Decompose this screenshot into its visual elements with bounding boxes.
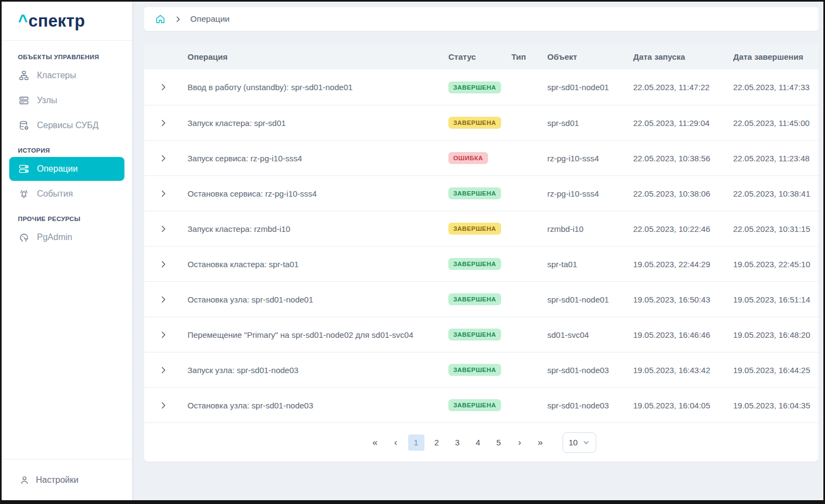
- cell-object: sd01-svc04: [547, 330, 633, 339]
- cell-start-date: 22.05.2023, 10:38:06: [633, 189, 733, 198]
- cell-start-date: 22.05.2023, 10:22:46: [633, 224, 733, 234]
- cell-status: ЗАВЕРШЕНА: [448, 117, 511, 129]
- cell-end-date: 22.05.2023, 11:47:33: [733, 83, 818, 92]
- cell-object: spr-ta01: [547, 260, 633, 269]
- nodes-icon: [18, 94, 30, 106]
- status-badge: ОШИБКА: [448, 152, 488, 164]
- pagination-page-button[interactable]: 3: [449, 434, 466, 451]
- expand-chevron-icon[interactable]: [144, 295, 188, 304]
- status-badge: ЗАВЕРШЕНА: [448, 399, 501, 411]
- app-window: ^спектр ОБЪЕКТЫ УПРАВЛЕНИЯ Кластеры: [0, 0, 825, 504]
- expand-chevron-icon[interactable]: [144, 189, 188, 198]
- settings-button[interactable]: Настройки: [2, 459, 132, 500]
- cell-status: ЗАВЕРШЕНА: [448, 81, 511, 93]
- table-header-row: Операция Статус Тип Объект Дата запуска …: [144, 43, 818, 70]
- pagination-next-button[interactable]: ›: [511, 434, 528, 451]
- expand-chevron-icon[interactable]: [144, 401, 188, 410]
- cell-operation: Ввод в работу (unstandby): spr-sd01-node…: [188, 83, 448, 92]
- cell-status: ЗАВЕРШЕНА: [448, 293, 511, 305]
- col-header-object: Объект: [547, 52, 633, 61]
- table-row[interactable]: Остановка сервиса: rz-pg-i10-sss4 ЗАВЕРШ…: [144, 175, 818, 211]
- table-row[interactable]: Запуск кластера: spr-sd01 ЗАВЕРШЕНА spr-…: [144, 105, 818, 140]
- table-row[interactable]: Ввод в работу (unstandby): spr-sd01-node…: [144, 70, 818, 105]
- cell-end-date: 19.05.2023, 16:44:25: [733, 366, 818, 375]
- status-badge: ЗАВЕРШЕНА: [448, 364, 501, 376]
- logo-text: спектр: [28, 11, 85, 30]
- cell-end-date: 22.05.2023, 11:23:48: [733, 154, 818, 163]
- page-size-value: 10: [568, 438, 578, 447]
- cell-object: spr-sd01-node01: [547, 295, 633, 304]
- table-row[interactable]: Остановка узла: spr-sd01-node03 ЗАВЕРШЕН…: [144, 387, 818, 423]
- user-icon: [19, 475, 30, 486]
- cell-operation: Остановка узла: spr-sd01-node01: [188, 295, 448, 304]
- pagination-page-button[interactable]: 2: [429, 434, 445, 451]
- table-row[interactable]: Запуск узла: spr-sd01-node03 ЗАВЕРШЕНА s…: [144, 352, 818, 387]
- cell-object: spr-sd01-node03: [547, 366, 633, 375]
- sidebar-item-pgadmin[interactable]: PgAdmin: [9, 225, 124, 249]
- status-badge: ЗАВЕРШЕНА: [448, 293, 501, 305]
- cell-operation: Запуск кластера: rzmbd-i10: [188, 224, 448, 234]
- sidebar-item-label: События: [37, 189, 73, 199]
- cell-end-date: 19.05.2023, 16:04:35: [733, 401, 818, 410]
- expand-chevron-icon[interactable]: [144, 366, 188, 375]
- cell-start-date: 19.05.2023, 22:44:29: [633, 260, 733, 269]
- cell-operation: Остановка узла: spr-sd01-node03: [188, 401, 448, 410]
- cell-object: rzmbd-i10: [547, 224, 633, 234]
- clusters-icon: [18, 70, 30, 81]
- db-services-icon: [18, 119, 30, 131]
- status-badge: ЗАВЕРШЕНА: [448, 223, 501, 235]
- operations-table: Операция Статус Тип Объект Дата запуска …: [144, 43, 818, 462]
- pgadmin-elephant-icon: [18, 231, 30, 243]
- sidebar-item-nodes[interactable]: Узлы: [9, 89, 124, 112]
- col-header-operation: Операция: [188, 52, 448, 61]
- table-row[interactable]: Перемещение "Primary" на spr-sd01-node02…: [144, 317, 818, 352]
- logo-caret-icon: ^: [18, 11, 28, 30]
- sidebar-item-label: Кластеры: [37, 71, 76, 80]
- cell-operation: Запуск сервиса: rz-pg-i10-sss4: [188, 154, 448, 163]
- status-badge: ЗАВЕРШЕНА: [448, 187, 501, 199]
- nav-section-title-history: ИСТОРИЯ: [18, 147, 124, 154]
- pagination-first-button[interactable]: «: [367, 434, 383, 451]
- home-icon[interactable]: [155, 14, 166, 24]
- page-size-select[interactable]: 10: [562, 432, 596, 453]
- expand-chevron-icon[interactable]: [144, 154, 188, 163]
- expand-chevron-icon[interactable]: [144, 224, 188, 234]
- pagination-prev-button[interactable]: ‹: [388, 434, 404, 451]
- pagination-page-button[interactable]: 5: [491, 434, 507, 451]
- cell-end-date: 19.05.2023, 16:48:20: [733, 330, 818, 339]
- events-bell-icon: [18, 188, 30, 200]
- cell-end-date: 19.05.2023, 16:51:14: [733, 295, 818, 304]
- cell-object: rz-pg-i10-sss4: [547, 189, 633, 198]
- sidebar-item-operations[interactable]: Операции: [9, 157, 124, 181]
- pagination-page-button[interactable]: 4: [470, 434, 486, 451]
- sidebar-item-events[interactable]: События: [9, 182, 124, 206]
- cell-start-date: 19.05.2023, 16:43:42: [633, 366, 733, 375]
- breadcrumb-current: Операции: [190, 14, 230, 24]
- pagination-page-button[interactable]: 1: [408, 434, 424, 451]
- cell-object: spr-sd01-node01: [547, 83, 633, 92]
- sidebar-item-clusters[interactable]: Кластеры: [9, 64, 124, 87]
- table-row[interactable]: Запуск кластера: rzmbd-i10 ЗАВЕРШЕНА rzm…: [144, 211, 818, 246]
- expand-chevron-icon[interactable]: [144, 118, 188, 128]
- status-badge: ЗАВЕРШЕНА: [448, 81, 501, 93]
- cell-status: ЗАВЕРШЕНА: [448, 258, 511, 270]
- nav-section-title-objects: ОБЪЕКТЫ УПРАВЛЕНИЯ: [18, 54, 124, 60]
- sidebar-item-label: Операции: [37, 164, 78, 174]
- expand-chevron-icon[interactable]: [144, 260, 188, 269]
- sidebar-nav: ОБЪЕКТЫ УПРАВЛЕНИЯ Кластеры: [2, 41, 132, 459]
- expand-chevron-icon[interactable]: [144, 330, 188, 339]
- main-content: Операции Операция Статус Тип Объект Дата…: [132, 2, 823, 500]
- table-body: Ввод в работу (unstandby): spr-sd01-node…: [144, 70, 818, 423]
- table-row[interactable]: Запуск сервиса: rz-pg-i10-sss4 ОШИБКА rz…: [144, 140, 818, 175]
- cell-start-date: 19.05.2023, 16:46:46: [633, 330, 733, 339]
- cell-start-date: 19.05.2023, 16:50:43: [633, 295, 733, 304]
- table-row[interactable]: Остановка кластера: spr-ta01 ЗАВЕРШЕНА s…: [144, 246, 818, 281]
- sidebar-item-db-services[interactable]: Сервисы СУБД: [9, 114, 124, 137]
- chevron-down-icon: [583, 439, 590, 446]
- cell-status: ЗАВЕРШЕНА: [448, 364, 511, 376]
- pagination-last-button[interactable]: »: [532, 434, 548, 451]
- table-row[interactable]: Остановка узла: spr-sd01-node01 ЗАВЕРШЕН…: [144, 281, 818, 317]
- col-header-status: Статус: [448, 52, 511, 61]
- expand-chevron-icon[interactable]: [144, 83, 188, 92]
- pagination: « ‹ 12345 › » 10: [144, 423, 818, 462]
